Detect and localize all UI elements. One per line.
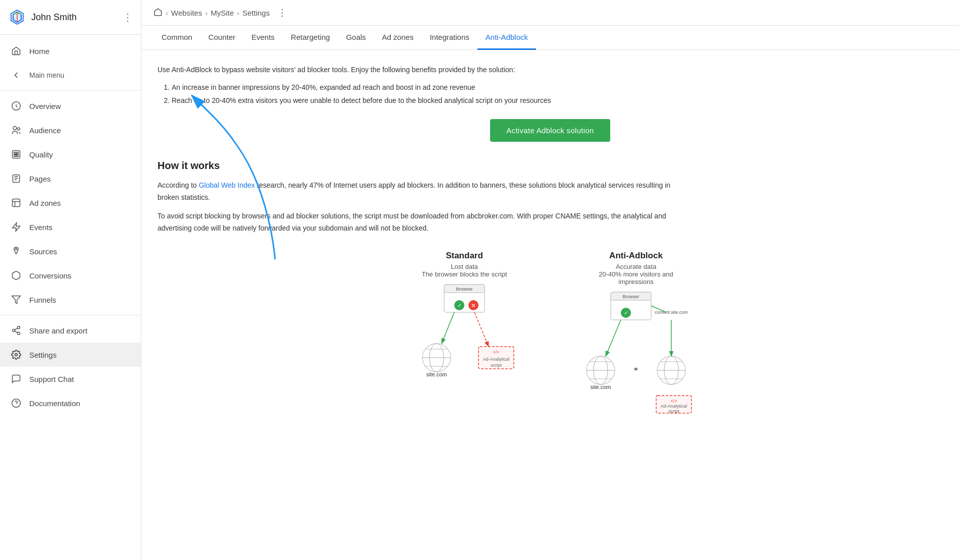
sidebar-item-docs[interactable]: Documentation [0, 391, 141, 415]
sidebar-item-audience[interactable]: Audience [0, 118, 141, 142]
svg-text:content.site.com: content.site.com [655, 310, 688, 315]
svg-text:site.com: site.com [591, 384, 611, 390]
tab-events[interactable]: Events [243, 26, 283, 50]
sidebar-item-settings-label: Settings [29, 351, 57, 359]
standard-title: Standard [446, 251, 483, 261]
svg-text:Browser: Browser [456, 287, 472, 292]
global-web-index-link[interactable]: Global Web Index [199, 181, 255, 189]
benefit-item-2: Reach up to 20-40% extra visitors you we… [172, 94, 943, 107]
content-area: Use Anti-AdBlock to bypass website visit… [141, 50, 959, 560]
svg-point-12 [12, 399, 21, 408]
sidebar: John Smith ⋮ Home Main menu Overview [0, 0, 141, 560]
standard-subtitle: Lost data The browser blocks the script [421, 263, 507, 278]
svg-point-2 [13, 127, 17, 130]
breadcrumb-more-icon[interactable]: ⋮ [278, 7, 287, 18]
settings-icon [10, 349, 22, 361]
conversions-icon [10, 269, 22, 282]
sidebar-item-share[interactable]: Share and export [0, 318, 141, 343]
tab-antiadblock[interactable]: Anti-Adblock [477, 26, 536, 50]
tab-adzones[interactable]: Ad zones [374, 26, 422, 50]
sidebar-item-quality[interactable]: Quality [0, 142, 141, 166]
standard-diagram-svg: Browser ✓ ✕ site.com </> [409, 282, 520, 383]
svg-text:script: script [491, 363, 502, 368]
svg-line-54 [606, 320, 621, 356]
tab-counter[interactable]: Counter [200, 26, 243, 50]
sidebar-item-home-label: Home [29, 47, 49, 55]
audience-icon [10, 124, 22, 136]
overview-icon [10, 100, 22, 112]
p1-before: According to [157, 181, 199, 189]
more-icon[interactable]: ⋮ [123, 11, 133, 23]
breadcrumb-sep-2: › [205, 9, 207, 17]
sidebar-item-conversions[interactable]: Conversions [0, 263, 141, 288]
svg-rect-4 [13, 151, 20, 158]
how-it-works-p1: According to Global Web Index research, … [157, 180, 687, 204]
user-name: John Smith [31, 12, 123, 23]
tab-goals[interactable]: Goals [338, 26, 374, 50]
adzones-icon [10, 197, 22, 209]
tab-integrations[interactable]: Integrations [421, 26, 477, 50]
svg-line-31 [442, 312, 454, 344]
sidebar-item-sources-label: Sources [29, 247, 57, 256]
svg-text:⚭: ⚭ [633, 365, 639, 373]
sidebar-item-conversions-label: Conversions [29, 271, 71, 280]
activate-adblock-button[interactable]: Activate Adblock solution [490, 119, 610, 142]
how-it-works-title: How it works [157, 160, 943, 172]
sidebar-item-quality-label: Quality [29, 150, 53, 159]
docs-icon [10, 397, 22, 409]
sidebar-item-adzones[interactable]: Ad zones [0, 191, 141, 215]
sidebar-item-pages[interactable]: Pages [0, 166, 141, 191]
svg-line-32 [474, 312, 489, 347]
antiadblock-title: Anti-Adblock [609, 251, 663, 261]
sidebar-item-overview-label: Overview [29, 102, 61, 110]
breadcrumb-settings[interactable]: Settings [242, 9, 270, 17]
chevron-left-icon [10, 69, 22, 81]
svg-point-8 [18, 326, 20, 329]
sidebar-item-pages-label: Pages [29, 175, 51, 183]
curved-arrow [141, 80, 290, 272]
sidebar-item-home[interactable]: Home [0, 39, 141, 63]
svg-rect-6 [13, 199, 20, 207]
svg-text:✓: ✓ [624, 310, 628, 316]
home-icon [10, 45, 22, 57]
sidebar-item-share-label: Share and export [29, 326, 87, 335]
intro-text: Use Anti-AdBlock to bypass website visit… [157, 64, 571, 75]
svg-text:Ad-Analytical: Ad-Analytical [661, 404, 687, 409]
svg-text:site.com: site.com [427, 371, 447, 377]
svg-point-11 [15, 354, 18, 356]
quality-icon [10, 148, 22, 160]
sidebar-item-settings[interactable]: Settings [0, 343, 141, 367]
breadcrumb-mysite[interactable]: MySite [210, 9, 234, 17]
benefits-list: An increase in banner impressions by 20-… [172, 81, 943, 106]
sidebar-item-sources[interactable]: Sources [0, 239, 141, 263]
tab-common[interactable]: Common [153, 26, 200, 50]
sidebar-item-support-label: Support Chat [29, 375, 74, 383]
benefit-item-1: An increase in banner impressions by 20-… [172, 81, 943, 94]
sidebar-item-docs-label: Documentation [29, 399, 80, 408]
home-breadcrumb-icon[interactable] [153, 8, 163, 18]
standard-diagram: Standard Lost data The browser blocks th… [409, 251, 520, 416]
sidebar-item-events-label: Events [29, 223, 52, 232]
svg-point-10 [18, 332, 20, 334]
breadcrumb-websites[interactable]: Websites [171, 9, 202, 17]
breadcrumb: › Websites › MySite › Settings ⋮ [153, 7, 287, 18]
activate-btn-wrap: Activate Adblock solution [157, 119, 943, 142]
support-icon [10, 373, 22, 385]
antiadblock-diagram: Anti-Adblock Accurate data 20-40% more v… [580, 251, 691, 416]
svg-text:</>: </> [670, 399, 677, 404]
svg-text:</>: </> [493, 350, 499, 355]
tabs-bar: Common Counter Events Retargeting Goals … [141, 26, 959, 50]
svg-text:✕: ✕ [471, 302, 476, 309]
sidebar-item-support[interactable]: Support Chat [0, 367, 141, 391]
sidebar-divider-2 [0, 315, 141, 315]
tab-retargeting[interactable]: Retargeting [283, 26, 338, 50]
sidebar-item-overview[interactable]: Overview [0, 94, 141, 118]
svg-rect-5 [13, 175, 19, 183]
antiadblock-diagram-svg: Browser ✓ content.site.com site.com [570, 290, 702, 416]
sidebar-item-adzones-label: Ad zones [29, 199, 61, 207]
brand-logo-icon [8, 8, 26, 26]
sidebar-item-mainmenu[interactable]: Main menu [0, 63, 141, 87]
sidebar-item-events[interactable]: Events [0, 215, 141, 239]
sidebar-item-funnels[interactable]: Funnels [0, 288, 141, 312]
svg-point-3 [18, 128, 20, 130]
